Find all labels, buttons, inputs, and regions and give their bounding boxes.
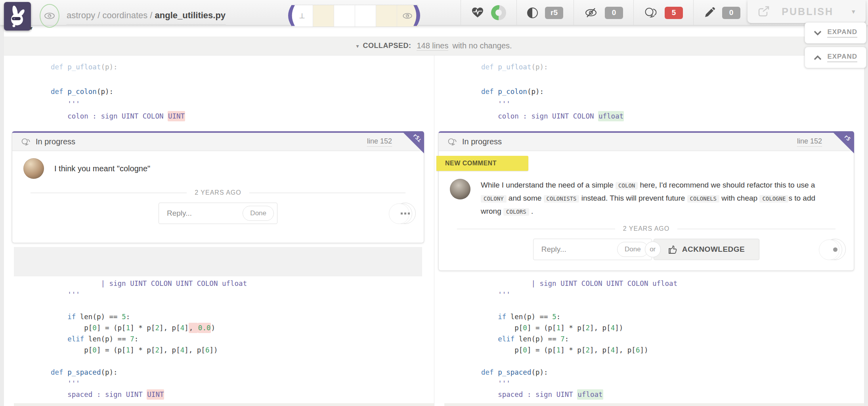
breadcrumb[interactable]: astropy / coordinates / angle_utilities.…: [67, 10, 226, 25]
collapsed-code-region[interactable]: [444, 403, 864, 406]
expand-up-button[interactable]: EXPAND: [805, 47, 866, 68]
done-button[interactable]: Done: [243, 206, 274, 221]
chat-icon[interactable]: [644, 7, 658, 18]
line-number-link[interactable]: line 152: [797, 137, 822, 147]
thread-zone-right: r5 In progress line 152 NEW COMMENT: [434, 126, 864, 276]
unreviewed-badge[interactable]: 0: [605, 7, 623, 19]
reviewable-logo[interactable]: ▾: [4, 2, 31, 31]
review-visibility-toggle[interactable]: [40, 4, 59, 28]
stat-unreviewed: 0: [574, 0, 633, 25]
discussions-badge[interactable]: 5: [665, 7, 683, 19]
comment-text: While I understand the need of a simple …: [481, 179, 830, 218]
timestamp-divider: 2 YEARS AGO: [457, 225, 835, 232]
avatar: [450, 179, 470, 199]
code-block: | sign UINT COLON UINT COLON ufloat ''' …: [434, 276, 864, 400]
reply-box: Done: [159, 203, 277, 224]
eye-off-icon[interactable]: [584, 8, 598, 18]
revision-ribbon[interactable]: r5: [832, 131, 854, 153]
collapsed-suffix: with no changes.: [452, 41, 512, 50]
line-number-link[interactable]: line 152: [367, 137, 392, 147]
expand-buttons: EXPAND EXPAND: [805, 22, 866, 68]
disposition-button[interactable]: [824, 239, 846, 260]
inline-code-chip: COLOGNE: [759, 195, 788, 203]
matrix-cell-r1[interactable]: [313, 5, 334, 27]
comment-bubble-icon: [447, 138, 457, 146]
file-revision-matrix: ( ⊥ ): [286, 3, 422, 27]
file-diff-view: ▾ COLLAPSED: 148 lines with no changes. …: [4, 25, 864, 406]
stat-health: [461, 0, 516, 25]
collapsed-lines-link[interactable]: 148 lines: [417, 41, 448, 51]
matrix-cell-r3[interactable]: [355, 5, 376, 27]
comment-row: I think you meant "cologne": [12, 151, 424, 179]
collapsed-code-region[interactable]: [14, 247, 422, 276]
breadcrumb-dir[interactable]: coordinates: [103, 10, 148, 20]
code-block: def p_ufloat(p): def p_colon(p): ''' col…: [434, 56, 864, 126]
publish-label: PUBLISH: [782, 6, 834, 17]
avatar: [23, 158, 44, 179]
discussion-options-button[interactable]: [394, 203, 416, 224]
heartbeat-icon[interactable]: [471, 7, 484, 19]
done-button[interactable]: Done: [617, 242, 648, 257]
caret-down-icon[interactable]: ▾: [852, 8, 855, 16]
reply-input[interactable]: [541, 245, 617, 254]
ribbon-label: r5: [839, 129, 856, 146]
dot-icon: [833, 247, 837, 252]
base-glyph: ⊥: [299, 11, 305, 20]
matrix-cell-r4[interactable]: [376, 5, 397, 27]
inline-code-chip: COLON: [616, 182, 638, 190]
matrix-open-paren: (: [286, 4, 297, 26]
chevron-down-icon: [814, 31, 822, 36]
code-block: | sign UINT COLON UINT COLON ufloat ''' …: [4, 276, 434, 400]
breadcrumb-file[interactable]: angle_utilities.py: [155, 10, 226, 20]
discussion-card-left: r5⊥ In progress line 152: [12, 131, 424, 243]
ellipsis-icon: [401, 213, 410, 214]
expand-down-button[interactable]: EXPAND: [805, 22, 866, 44]
rabbit-logo-icon: [7, 5, 28, 27]
inline-code-chip: COLONY: [481, 195, 507, 203]
breadcrumb-separator: /: [95, 10, 102, 20]
ribbon-label: r5⊥: [409, 129, 426, 146]
pencil-icon[interactable]: [704, 7, 715, 18]
inline-code-chip: COLONELS: [687, 195, 719, 203]
acknowledge-button[interactable]: ACKNOWLEDGE: [654, 239, 760, 260]
diff-pane-right: def p_ufloat(p): def p_colon(p): ''' col…: [434, 56, 864, 406]
review-stats: r5 0 5: [461, 0, 751, 25]
acknowledge-label: ACKNOWLEDGE: [682, 245, 745, 254]
timestamp: 2 YEARS AGO: [623, 225, 669, 232]
thread-status: In progress: [462, 137, 502, 146]
timestamp: 2 YEARS AGO: [195, 189, 241, 196]
matrix-cell-r2[interactable]: [334, 5, 355, 27]
reply-row: Done or ACKNOWLEDGE: [439, 239, 854, 260]
diff-pane-left: def p_ufloat(p): def p_colon(p): ''' col…: [4, 56, 434, 406]
contrast-icon[interactable]: [527, 8, 538, 18]
collapsed-banner: ▾ COLLAPSED: 148 lines with no changes.: [4, 36, 864, 56]
collapsed-code-region[interactable]: [14, 403, 434, 406]
or-separator[interactable]: or: [645, 241, 661, 257]
reply-input[interactable]: [166, 209, 243, 218]
code-block: def p_ufloat(p): def p_colon(p): ''' col…: [4, 56, 434, 126]
discussion-card-right: r5 In progress line 152 NEW COMMENT: [438, 131, 854, 271]
caret-down-icon[interactable]: ▾: [356, 43, 359, 49]
new-comment-flag: NEW COMMENT: [436, 156, 528, 171]
breadcrumb-org[interactable]: astropy: [67, 10, 95, 20]
comment-bubble-icon: [21, 138, 31, 146]
matrix-cells: ⊥: [291, 5, 418, 27]
reply-row: Done: [12, 203, 424, 224]
comment-row: While I understand the need of a simple …: [439, 172, 854, 218]
stat-revision: r5: [516, 0, 574, 25]
progress-donut-icon[interactable]: [491, 5, 506, 20]
eye-icon: [44, 12, 55, 20]
reply-box: Done: [533, 239, 652, 260]
eye-icon: [402, 12, 413, 19]
publish-button[interactable]: PUBLISH ▾: [748, 0, 866, 23]
chevron-up-icon: [814, 55, 822, 60]
expand-label: EXPAND: [827, 28, 857, 38]
stat-discussions: 5: [633, 0, 693, 25]
matrix-close-paren: ): [412, 4, 423, 26]
drafts-badge[interactable]: 0: [722, 7, 740, 19]
breadcrumb-separator: /: [147, 10, 155, 20]
split-diff: def p_ufloat(p): def p_colon(p): ''' col…: [4, 56, 864, 406]
caret-down-icon[interactable]: ▾: [29, 25, 33, 32]
revision-badge[interactable]: r5: [545, 7, 563, 19]
revision-ribbon[interactable]: r5⊥: [402, 131, 424, 153]
